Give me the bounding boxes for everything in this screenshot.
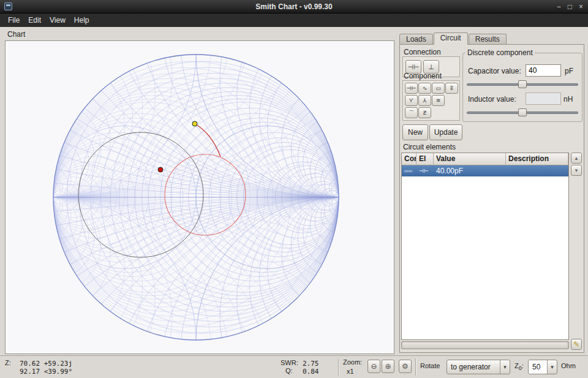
parallel-resistor-button[interactable]: ⅄ xyxy=(418,95,431,106)
circuit-tab-panel: Connection ⊣⊢ ⊥ Component ⊣⊢ ∿ ▭ ʬ Ƴ ⅄ xyxy=(399,44,584,353)
parallel-capacitor-button[interactable]: ʬ xyxy=(445,83,458,94)
series-inductor-button[interactable]: ∿ xyxy=(418,83,431,94)
menubar: File Edit View Help xyxy=(0,13,588,27)
series-resistor-button[interactable]: ▭ xyxy=(432,83,445,94)
shorted-stub-icon: Ƶ xyxy=(423,110,427,116)
inductor-unit-label: nH xyxy=(564,95,573,104)
z0-select[interactable]: 50 ▼ xyxy=(528,360,557,374)
up-arrow-icon: ▲ xyxy=(574,156,579,161)
chevron-down-icon[interactable]: ▼ xyxy=(500,360,510,374)
connection-group-title: Connection xyxy=(404,48,441,56)
minimize-button[interactable]: − xyxy=(557,2,561,12)
circuit-elements-label: Circuit elements xyxy=(403,143,456,151)
parallel-capacitor-icon: ʬ xyxy=(450,85,453,91)
zoom-out-button[interactable]: ⊖ xyxy=(368,360,380,373)
separator xyxy=(338,358,339,376)
new-button[interactable]: New xyxy=(402,124,428,140)
settings-button[interactable]: ⚙ xyxy=(399,360,412,373)
parallel-resistor-icon: ⅄ xyxy=(423,97,427,104)
inductor-slider-handle[interactable] xyxy=(518,108,527,116)
tab-loads[interactable]: Loads xyxy=(399,34,433,44)
series-capacitor-icon: ⊣⊢ xyxy=(407,85,417,91)
transmission-line-icon: ≋ xyxy=(436,97,441,104)
smith-chart-area[interactable] xyxy=(5,40,394,354)
capacitor-slider-handle[interactable] xyxy=(518,80,527,88)
gear-icon: ⚙ xyxy=(402,362,409,371)
table-header: Cor El Value Description xyxy=(402,153,568,165)
zoom-in-button[interactable]: ⊕ xyxy=(382,360,394,373)
transmission-line-button[interactable]: ≋ xyxy=(432,95,445,106)
window-controls: − □ × xyxy=(557,2,583,12)
parallel-inductor-button[interactable]: Ƴ xyxy=(405,95,418,106)
column-header-el[interactable]: El xyxy=(417,153,434,165)
element-type-icon: ⊣⊢ xyxy=(417,165,434,176)
series-resistor-icon: ▭ xyxy=(435,85,441,91)
chart-panel-label: Chart xyxy=(7,30,25,39)
inductor-value-label: Inductor value: xyxy=(468,95,516,104)
capacitor-value-input[interactable] xyxy=(526,64,561,77)
open-stub-button[interactable]: ⌒ xyxy=(405,107,418,118)
edit-element-button[interactable]: ✎ xyxy=(571,339,582,350)
element-value: 40.00pF xyxy=(434,167,506,175)
down-arrow-icon: ▼ xyxy=(574,168,579,173)
column-header-description[interactable]: Description xyxy=(506,153,568,165)
capacitor-value-label: Capacitor value: xyxy=(468,67,521,75)
pencil-icon: ✎ xyxy=(573,340,579,349)
swr-value: 2.75 xyxy=(303,360,319,368)
load-point[interactable] xyxy=(192,121,197,126)
series-capacitor-button[interactable]: ⊣⊢ xyxy=(405,83,418,94)
circuit-elements-table: Cor El Value Description ══ ⊣⊢ 40.00pF xyxy=(401,153,569,340)
unit-label: Ohm xyxy=(561,362,576,369)
window-title: Smith Chart - v0.99.30 xyxy=(0,2,588,11)
zoom-label: Zoom: xyxy=(343,358,362,366)
smith-chart[interactable] xyxy=(6,41,394,353)
rotate-direction-select[interactable]: to generator ▼ xyxy=(447,360,510,374)
component-group-title: Component xyxy=(404,72,442,80)
connection-type-icon: ══ xyxy=(402,165,417,176)
move-down-button[interactable]: ▼ xyxy=(571,165,582,176)
rotate-label: Rotate xyxy=(420,362,440,369)
menu-help[interactable]: Help xyxy=(70,14,94,26)
notebook-tabs: Loads Circuit Results xyxy=(399,32,507,44)
impedance-rect-value: 70.62 +59.23j xyxy=(20,360,72,368)
capacitor-unit-label: pF xyxy=(565,67,573,75)
menu-file[interactable]: File xyxy=(4,14,24,26)
inductor-slider[interactable] xyxy=(467,108,578,116)
column-header-cor[interactable]: Cor xyxy=(402,153,417,165)
q-value: 0.84 xyxy=(303,368,319,376)
component-toolbox: ⊣⊢ ∿ ▭ ʬ Ƴ ⅄ ≋ ⌒ Ƶ xyxy=(402,80,460,121)
menu-edit[interactable]: Edit xyxy=(24,14,45,26)
swr-label: SWR: xyxy=(281,359,298,366)
table-body: ══ ⊣⊢ 40.00pF xyxy=(402,165,568,176)
capacitor-slider[interactable] xyxy=(467,80,578,88)
z0-value: 50 xyxy=(529,360,547,374)
tab-results[interactable]: Results xyxy=(469,34,507,44)
scrollbar-thumb[interactable] xyxy=(402,342,567,348)
rotate-direction-value: to generator xyxy=(447,363,500,371)
table-row[interactable]: ══ ⊣⊢ 40.00pF xyxy=(402,165,568,176)
cursor-point[interactable] xyxy=(158,167,163,172)
tab-circuit[interactable]: Circuit xyxy=(434,32,468,45)
column-header-value[interactable]: Value xyxy=(434,153,506,165)
menu-view[interactable]: View xyxy=(45,14,70,26)
close-button[interactable]: × xyxy=(579,2,583,12)
discrete-component-group: Discrete component Capacitor value: pF I… xyxy=(462,48,582,122)
open-stub-icon: ⌒ xyxy=(409,109,414,117)
parallel-connection-icon: ⊥ xyxy=(428,63,434,71)
statusbar: Z: 70.62 +59.23j 92.17 <39.99° SWR: 2.75… xyxy=(0,355,588,378)
horizontal-scrollbar[interactable] xyxy=(401,341,569,349)
titlebar[interactable]: Smith Chart - v0.99.30 − □ × xyxy=(0,0,588,13)
zoom-out-icon: ⊖ xyxy=(371,362,377,371)
zoom-value: x1 xyxy=(347,368,354,375)
parallel-inductor-icon: Ƴ xyxy=(409,97,413,104)
impedance-polar-value: 92.17 <39.99° xyxy=(20,368,72,376)
z0-label: Z0: xyxy=(514,362,524,371)
shorted-stub-button[interactable]: Ƶ xyxy=(418,107,431,118)
maximize-button[interactable]: □ xyxy=(568,2,572,12)
move-up-button[interactable]: ▲ xyxy=(571,153,582,164)
impedance-label: Z: xyxy=(5,359,11,366)
discrete-group-title: Discrete component xyxy=(466,48,535,57)
chevron-down-icon[interactable]: ▼ xyxy=(547,360,557,374)
inductor-value-input xyxy=(526,93,561,105)
update-button[interactable]: Update xyxy=(429,124,462,140)
